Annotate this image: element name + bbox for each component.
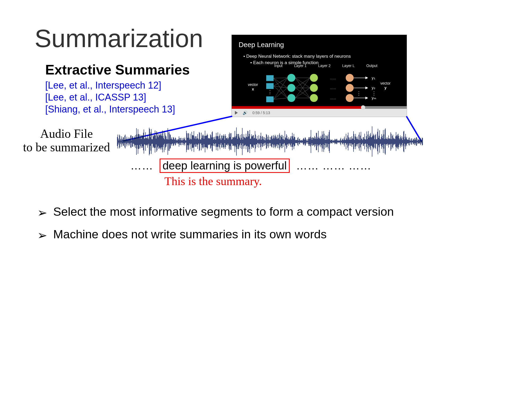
- svg-rect-589: [403, 132, 404, 152]
- waveform-icon: [117, 126, 423, 157]
- svg-rect-407: [306, 141, 307, 142]
- svg-rect-54: [119, 140, 119, 143]
- svg-rect-543: [379, 136, 379, 147]
- svg-rect-210: [202, 138, 202, 145]
- svg-rect-84: [135, 138, 135, 145]
- svg-rect-51: [117, 137, 118, 146]
- svg-rect-542: [378, 138, 379, 145]
- svg-rect-621: [420, 138, 421, 145]
- svg-rect-189: [190, 139, 191, 144]
- svg-rect-261: [229, 134, 229, 149]
- svg-rect-439: [323, 131, 324, 152]
- svg-rect-370: [287, 136, 287, 148]
- svg-rect-196: [194, 139, 195, 145]
- svg-rect-580: [398, 136, 399, 147]
- svg-rect-97: [142, 135, 142, 148]
- svg-rect-509: [361, 132, 361, 151]
- svg-rect-426: [317, 133, 317, 150]
- svg-marker-37: [365, 77, 368, 79]
- svg-rect-563: [389, 138, 390, 145]
- svg-rect-500: [356, 137, 356, 146]
- svg-rect-144: [167, 139, 167, 144]
- svg-rect-220: [207, 134, 207, 149]
- svg-rect-430: [319, 138, 319, 145]
- svg-point-8: [287, 94, 295, 102]
- svg-rect-488: [350, 138, 350, 146]
- svg-rect-425: [316, 133, 317, 150]
- svg-rect-236: [215, 140, 216, 143]
- svg-rect-467: [338, 140, 339, 143]
- audio-label-line: Audio File: [40, 127, 93, 140]
- svg-rect-600: [409, 138, 410, 146]
- svg-rect-532: [373, 135, 373, 148]
- svg-rect-346: [274, 136, 275, 147]
- svg-rect-578: [397, 135, 398, 148]
- video-progress-bar[interactable]: [232, 106, 407, 109]
- sound-icon[interactable]: 🔊: [243, 110, 248, 115]
- svg-rect-399: [302, 140, 303, 143]
- svg-rect-436: [322, 131, 322, 152]
- svg-rect-192: [192, 135, 193, 148]
- svg-rect-373: [288, 137, 289, 146]
- svg-rect-256: [226, 138, 227, 145]
- svg-rect-442: [325, 140, 326, 143]
- svg-rect-583: [400, 135, 401, 147]
- svg-rect-466: [338, 141, 338, 142]
- nn-label: Layer L: [342, 64, 355, 68]
- svg-rect-212: [203, 134, 203, 149]
- svg-rect-495: [353, 131, 354, 152]
- svg-rect-258: [227, 138, 228, 146]
- svg-rect-136: [162, 131, 163, 152]
- svg-rect-406: [306, 139, 306, 143]
- svg-text:y₂: y₂: [372, 85, 375, 90]
- svg-rect-92: [139, 134, 139, 149]
- svg-rect-153: [171, 138, 172, 146]
- svg-rect-217: [205, 136, 206, 147]
- svg-rect-507: [360, 140, 360, 143]
- svg-rect-103: [145, 138, 145, 144]
- svg-rect-168: [179, 138, 180, 145]
- svg-rect-412: [309, 137, 310, 146]
- svg-rect-551: [383, 130, 384, 153]
- citation: [Shiang, et al., Interspeech 13]: [45, 103, 175, 115]
- svg-rect-328: [264, 137, 265, 146]
- svg-rect-548: [381, 134, 382, 149]
- svg-rect-524: [369, 138, 369, 145]
- svg-rect-232: [213, 140, 214, 143]
- svg-point-17: [346, 94, 354, 102]
- svg-rect-491: [351, 140, 352, 144]
- svg-rect-269: [233, 137, 234, 146]
- svg-rect-530: [372, 126, 372, 157]
- svg-rect-194: [193, 135, 194, 148]
- svg-rect-275: [236, 127, 237, 156]
- svg-rect-619: [419, 140, 420, 143]
- svg-rect-575: [396, 132, 396, 151]
- svg-rect-362: [282, 139, 283, 144]
- svg-rect-157: [173, 138, 174, 146]
- svg-rect-576: [396, 135, 397, 148]
- svg-rect-93: [139, 138, 140, 145]
- svg-rect-331: [266, 134, 267, 149]
- svg-rect-564: [390, 139, 390, 144]
- svg-rect-326: [263, 137, 264, 146]
- svg-rect-80: [132, 136, 133, 147]
- svg-rect-230: [212, 131, 213, 152]
- svg-rect-513: [363, 137, 363, 146]
- svg-rect-62: [123, 137, 123, 146]
- progress-knob-icon[interactable]: [361, 105, 365, 110]
- svg-rect-117: [152, 139, 153, 144]
- svg-rect-102: [144, 139, 145, 144]
- svg-rect-546: [380, 139, 381, 144]
- svg-rect-223: [209, 138, 209, 145]
- svg-rect-446: [327, 136, 328, 147]
- play-icon[interactable]: [235, 111, 238, 115]
- svg-rect-616: [418, 139, 418, 144]
- svg-rect-245: [220, 138, 221, 144]
- bullet-text: Select the most informative segments to …: [53, 204, 394, 220]
- svg-rect-448: [328, 139, 329, 144]
- svg-text:yₘ: yₘ: [372, 95, 376, 100]
- svg-rect-81: [133, 139, 134, 144]
- svg-rect-225: [210, 139, 210, 144]
- svg-rect-402: [304, 139, 304, 144]
- svg-rect-152: [171, 139, 171, 144]
